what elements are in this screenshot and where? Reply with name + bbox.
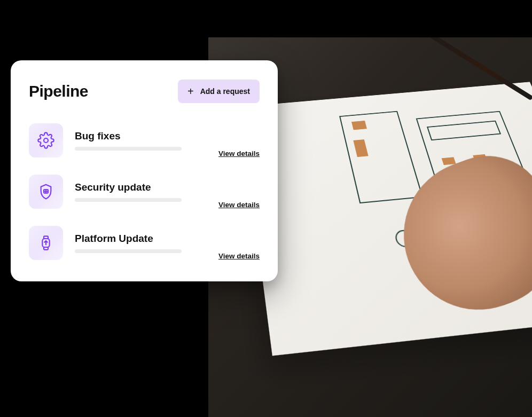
progress-bar (75, 198, 182, 202)
pipeline-item: Platform Update View details (29, 226, 260, 260)
item-title: Bug fixes (75, 130, 207, 142)
pipeline-item: Security update View details (29, 175, 260, 209)
add-request-label: Add a request (200, 87, 250, 96)
card-header: Pipeline + Add a request (29, 80, 260, 103)
progress-bar (75, 147, 182, 151)
view-details-link[interactable]: View details (218, 201, 260, 209)
view-details-link[interactable]: View details (218, 150, 260, 158)
item-title: Platform Update (75, 233, 207, 245)
add-request-button[interactable]: + Add a request (178, 80, 260, 103)
plus-icon: + (187, 86, 194, 97)
view-details-link[interactable]: View details (218, 252, 260, 260)
item-title: Security update (75, 182, 207, 193)
svg-point-0 (44, 138, 48, 143)
shield-icon (29, 175, 63, 209)
card-title: Pipeline (29, 82, 88, 100)
gear-icon (29, 123, 63, 158)
pipeline-card: Pipeline + Add a request Bug fixes View … (11, 60, 278, 281)
watch-upload-icon (29, 226, 63, 260)
pipeline-item: Bug fixes View details (29, 123, 260, 158)
progress-bar (75, 249, 182, 253)
